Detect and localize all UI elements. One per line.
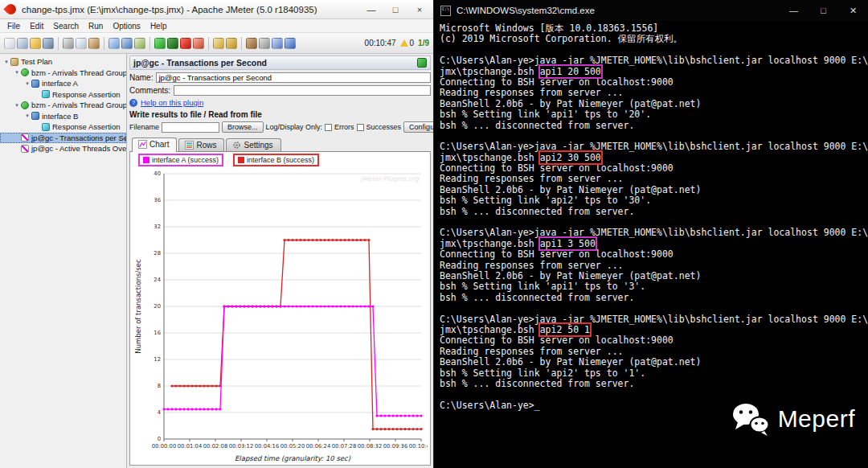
menu-edit[interactable]: Edit [25, 21, 48, 31]
menu-options[interactable]: Options [108, 21, 145, 31]
terminal-text: Reading responses from server ... [440, 346, 623, 357]
browse-button[interactable]: Browse... [222, 121, 264, 133]
svg-text:00:04:16: 00:04:16 [254, 443, 279, 450]
minimize-icon[interactable]: — [359, 1, 383, 18]
cut-icon[interactable] [63, 38, 74, 49]
chart-tab-icon [138, 140, 147, 149]
terminal-text: jmx\tpschange.bsh [440, 66, 540, 77]
configure-button[interactable]: Configure [403, 121, 433, 133]
tree-item-jp-gc-active-threads-over-time[interactable]: jp@gc - Active Threads Over Time [0, 143, 126, 154]
tree-item-response-assertion[interactable]: Response Assertion [0, 121, 126, 133]
help-icon[interactable] [285, 38, 296, 49]
close-icon[interactable]: × [407, 1, 432, 18]
terminal-line: bsh % Setting link 'api1' tps to '20'. [440, 109, 868, 120]
svg-text:32: 32 [154, 224, 161, 230]
tree-item-label: Test Plan [21, 57, 52, 66]
tree-toggle-icon[interactable]: ▾ [2, 59, 10, 65]
tree-toggle-icon[interactable]: ▾ [13, 69, 21, 76]
svg-text:4: 4 [157, 409, 160, 416]
warning-count: 0 [410, 39, 415, 47]
save-icon[interactable] [43, 38, 54, 49]
terminal-text: Connecting to BSH server on localhost:90… [440, 248, 674, 260]
filename-input[interactable] [162, 122, 219, 133]
svg-text:JMeter-Plugins.org: JMeter-Plugins.org [359, 175, 419, 183]
tree-item-bzm-arrivals-thread-group-b[interactable]: ▾bzm - Arrivals Thread Group-B [0, 100, 126, 111]
terminal-text: Connecting to BSH server on localhost:90… [440, 162, 674, 174]
toolbar-separator [58, 37, 59, 50]
tree-item-response-assertion[interactable]: Response Assertion [0, 89, 126, 101]
panel-title: jp@gc - Transactions per Second [133, 58, 417, 68]
tree-item-jp-gc-transactions-per-second[interactable]: jp@gc - Transactions per Second [0, 133, 126, 144]
help-plugin-link[interactable]: Help on this plugin [141, 98, 203, 107]
tree-item-interface-b[interactable]: ▾interface B [0, 111, 126, 122]
thread-group-icon [21, 68, 29, 76]
tree-toggle-icon[interactable]: ▾ [13, 102, 21, 109]
menu-file[interactable]: File [2, 21, 25, 31]
terminal-line: Reading responses from server ... [440, 174, 868, 184]
tab-rows[interactable]: Rows [178, 138, 224, 151]
tree-toggle-icon[interactable]: ▾ [23, 80, 31, 87]
open-file-icon[interactable] [30, 38, 41, 49]
svg-text:00:00:00: 00:00:00 [151, 443, 176, 450]
clear-all-icon[interactable] [226, 38, 237, 49]
tree-item-label: interface A [42, 79, 78, 88]
terminal-line [440, 389, 868, 400]
errors-checkbox[interactable] [325, 124, 332, 131]
tree-item-label: Response Assertion [52, 122, 121, 131]
toolbar-separator [241, 37, 242, 50]
terminal-line: bsh % ... disconnected from server. [440, 379, 868, 389]
terminal-text: C:\Users\Alan-ye> [440, 400, 534, 411]
chart-legend: interface A (success)interface B (succes… [130, 152, 430, 166]
clear-icon[interactable] [213, 38, 224, 49]
successes-checkbox[interactable] [357, 124, 364, 131]
paste-icon[interactable] [88, 38, 100, 49]
maximize-icon[interactable]: □ [809, 0, 838, 21]
tree-item-interface-a[interactable]: ▾interface A [0, 78, 126, 89]
tree-item-test-plan[interactable]: ▾Test Plan [0, 56, 126, 68]
search-icon[interactable] [246, 38, 257, 49]
tree-item-bzm-arrivals-thread-group-a[interactable]: ▾bzm - Arrivals Thread Group-A [0, 68, 126, 79]
terminal-text: BeanShell 2.0b6 - by Pat Niemeyer (pat@p… [440, 98, 701, 109]
start-no-pauses-icon[interactable] [167, 38, 178, 49]
close-icon[interactable]: ✕ [838, 0, 868, 21]
listener-chart-icon [21, 133, 29, 142]
minimize-icon[interactable]: — [779, 0, 809, 21]
terminal-body: Microsoft Windows [版本 10.0.18363.1556](c… [435, 21, 868, 411]
terminal-text: Reading responses from server ... [440, 260, 623, 271]
menu-run[interactable]: Run [84, 21, 108, 31]
start-icon[interactable] [154, 38, 166, 49]
tab-chart[interactable]: Chart [132, 138, 177, 152]
svg-text:00:01:04: 00:01:04 [177, 443, 202, 450]
tree-toggle-icon[interactable]: ▾ [23, 113, 31, 119]
log-display-label: Log/Display Only: [266, 123, 323, 131]
terminal-text: Reading responses from server ... [440, 87, 623, 98]
jmeter-logo-icon [3, 2, 18, 16]
terminal-cursor: _ [534, 400, 540, 411]
comments-input[interactable] [174, 85, 431, 96]
detach-panel-icon[interactable] [417, 58, 427, 68]
warning-indicator[interactable]: 0 [400, 39, 415, 47]
function-helper-icon[interactable] [272, 38, 283, 49]
new-file-icon[interactable] [4, 38, 15, 49]
copy-icon[interactable] [76, 38, 87, 49]
maximize-icon[interactable]: □ [383, 1, 407, 18]
rows-tab-icon [185, 141, 194, 150]
collapse-all-icon[interactable] [121, 38, 133, 49]
name-input[interactable] [156, 72, 431, 83]
templates-icon[interactable] [17, 38, 28, 49]
page: change-tps.jmx (E:\jmx\change-tps.jmx) -… [0, 0, 868, 468]
menu-search[interactable]: Search [48, 21, 84, 31]
search-reset-icon[interactable] [259, 38, 270, 49]
comments-label: Comments: [129, 86, 170, 95]
jmeter-titlebar: change-tps.jmx (E:\jmx\change-tps.jmx) -… [0, 0, 433, 19]
toggle-icon[interactable] [134, 38, 145, 49]
menu-help[interactable]: Help [145, 21, 172, 31]
tab-settings[interactable]: Settings [226, 138, 280, 151]
stop-icon[interactable] [180, 38, 191, 49]
terminal-line [440, 45, 868, 55]
svg-text:36: 36 [154, 197, 161, 203]
shutdown-icon[interactable] [193, 38, 204, 49]
assertion-icon [42, 90, 50, 98]
expand-all-icon[interactable] [108, 38, 120, 49]
svg-text:00:06:24: 00:06:24 [305, 443, 330, 450]
